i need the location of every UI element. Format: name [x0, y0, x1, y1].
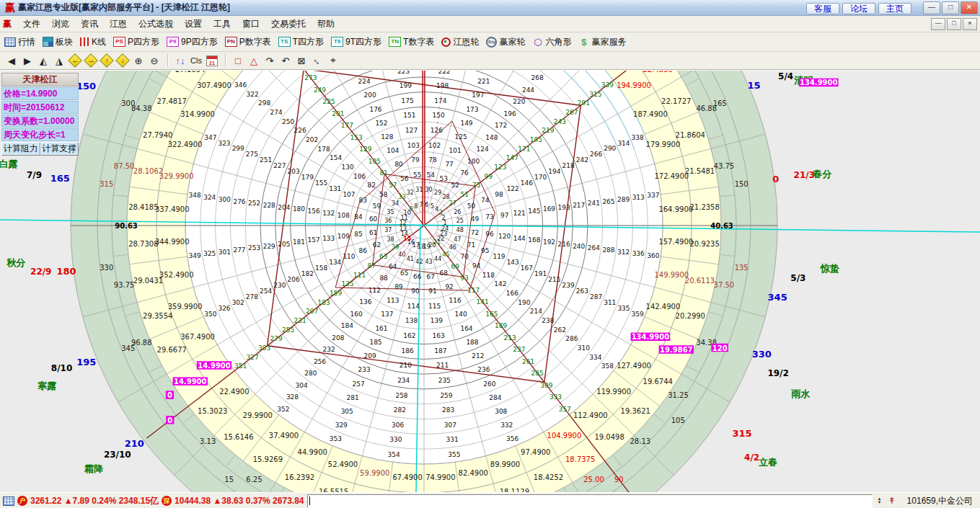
svg-text:328: 328 [286, 393, 299, 401]
pan-left-icon[interactable]: ← [68, 53, 82, 68]
toolbar-item-9P四方形[interactable]: P99P四方形 [167, 36, 218, 48]
svg-text:128: 128 [381, 133, 393, 141]
minimize-button[interactable]: — [923, 1, 940, 14]
spinner-control[interactable]: ▲▼ [878, 497, 882, 504]
menu-item-帮助[interactable]: 帮助 [312, 17, 340, 30]
svg-text:21.5481: 21.5481 [685, 167, 715, 175]
toolbar-item-T数字表[interactable]: TNT数字表 [389, 36, 434, 48]
svg-text:330: 330 [100, 264, 113, 272]
menu-item-窗口[interactable]: 窗口 [237, 17, 265, 30]
box-x-icon[interactable]: ⊠ [294, 53, 309, 68]
mdi-minimize-button[interactable]: — [931, 18, 945, 30]
toolbar-item-P数字表[interactable]: PNP数字表 [225, 36, 271, 48]
svg-text:175: 175 [402, 97, 414, 104]
rotate-cw-icon[interactable]: ↷ [262, 53, 277, 68]
titlebar-button-主页[interactable]: 主页 [878, 3, 911, 14]
svg-text:351: 351 [234, 362, 247, 370]
restore-button[interactable]: □ [942, 1, 959, 14]
svg-text:64: 64 [389, 263, 397, 270]
cls-icon[interactable]: Cls [189, 53, 203, 68]
svg-text:寒露: 寒露 [37, 380, 56, 391]
menu-item-资讯[interactable]: 资讯 [75, 17, 104, 30]
toolbar-item-赢家服务[interactable]: $赢家服务 [578, 36, 626, 48]
svg-text:36: 36 [384, 218, 392, 224]
toolbar-item-K线[interactable]: K线 [80, 36, 106, 48]
code-input[interactable] [307, 494, 873, 508]
svg-text:106: 106 [353, 173, 366, 180]
calc-support-button[interactable]: 计算支撑 [40, 142, 79, 156]
zoom-out-icon[interactable]: ⊖ [147, 53, 162, 68]
svg-text:252: 252 [248, 200, 260, 207]
menu-item-文件[interactable]: 文件 [17, 17, 46, 30]
svg-text:105: 105 [368, 158, 381, 165]
svg-text:98: 98 [495, 191, 503, 198]
svg-text:276: 276 [233, 198, 245, 205]
updown-icon[interactable]: ↑↓ [173, 53, 187, 68]
chart-area: 1234567891011121314151617181920212223242… [0, 70, 980, 492]
menu-item-浏览[interactable]: 浏览 [46, 17, 75, 30]
svg-text:137: 137 [381, 311, 393, 318]
svg-text:307.4900: 307.4900 [197, 81, 231, 89]
box-icon: P9 [167, 37, 179, 47]
zoom-in-icon[interactable]: ⊕ [131, 53, 146, 68]
square-icon[interactable]: □ [231, 53, 245, 68]
svg-text:132: 132 [322, 210, 335, 217]
svg-text:310: 310 [578, 344, 590, 352]
svg-text:273: 273 [304, 74, 317, 81]
svg-text:197: 197 [472, 92, 484, 99]
svg-text:19.9867: 19.9867 [660, 346, 693, 354]
svg-text:81: 81 [379, 169, 387, 177]
svg-text:47: 47 [454, 236, 461, 243]
toolbar-item-T四方形[interactable]: TST四方形 [278, 36, 324, 48]
svg-text:353: 353 [330, 435, 342, 442]
nav-last-icon[interactable]: ▶ [20, 53, 35, 68]
mdi-restore-button[interactable]: □ [947, 18, 961, 30]
quote-grid-icon[interactable] [3, 496, 14, 506]
svg-text:28: 28 [442, 194, 449, 200]
svg-text:347: 347 [204, 134, 216, 141]
menu-item-设置[interactable]: 设置 [179, 17, 208, 30]
pan-up-icon[interactable]: ↑ [100, 53, 114, 68]
toolbar-item-六角形[interactable]: ⬡六角形 [532, 36, 571, 48]
svg-text:345: 345 [768, 292, 787, 303]
triangle-icon[interactable]: △ [247, 53, 261, 68]
svg-text:30: 30 [425, 187, 432, 193]
titlebar-button-论坛[interactable]: 论坛 [842, 3, 875, 14]
menu-item-交易委托[interactable]: 交易委托 [265, 17, 312, 30]
svg-text:100: 100 [467, 158, 480, 165]
rotate-ccw-icon[interactable]: ↶ [278, 53, 293, 68]
titlebar-button-客服[interactable]: 客服 [806, 3, 839, 14]
pan-right-icon[interactable]: → [84, 53, 98, 68]
svg-text:229: 229 [263, 243, 275, 250]
tri-up-icon[interactable]: ◭ [36, 53, 50, 68]
menu-item-江恩[interactable]: 江恩 [104, 17, 133, 30]
toolbar-item-行情[interactable]: 行情 [4, 36, 35, 48]
toolbar-item-赢家轮[interactable]: Big赢家轮 [486, 36, 525, 48]
toolbar-item-9T四方形[interactable]: T99T四方形 [331, 36, 381, 48]
calendar-icon[interactable]: 21 [205, 53, 219, 68]
mdi-close-button[interactable]: × [963, 18, 977, 30]
toolbar-item-P四方形[interactable]: PSP四方形 [113, 36, 159, 48]
toolbar-item-江恩轮[interactable]: 江恩轮 [441, 36, 479, 48]
svg-text:79: 79 [411, 156, 420, 164]
svg-text:58: 58 [379, 191, 388, 198]
gann-wheel: 1234567891011121314151617181920212223242… [0, 71, 980, 492]
calc-resistance-button[interactable]: 计算阻力 [1, 142, 40, 156]
target-cursor-icon[interactable]: ⌖ [326, 53, 340, 68]
svg-text:304: 304 [296, 382, 308, 389]
connection-icon: ↟ [888, 496, 896, 506]
toolbar-item-板块[interactable]: 板块 [43, 36, 73, 48]
nav-first-icon[interactable]: ◀ [4, 53, 19, 68]
svg-text:26: 26 [454, 209, 461, 215]
svg-text:90: 90 [411, 288, 420, 295]
svg-text:102: 102 [428, 142, 441, 149]
svg-text:244: 244 [522, 86, 534, 94]
resize-icon[interactable]: ↔ [310, 53, 325, 68]
svg-text:352.4900: 352.4900 [159, 271, 194, 279]
tri-down-icon[interactable]: ◮ [52, 53, 66, 68]
pan-down-icon[interactable]: ↓ [115, 53, 130, 68]
svg-text:172: 172 [495, 122, 507, 129]
menu-item-工具[interactable]: 工具 [208, 17, 237, 30]
close-button[interactable]: ✕ [961, 1, 978, 14]
menu-item-公式选股[interactable]: 公式选股 [133, 17, 179, 30]
